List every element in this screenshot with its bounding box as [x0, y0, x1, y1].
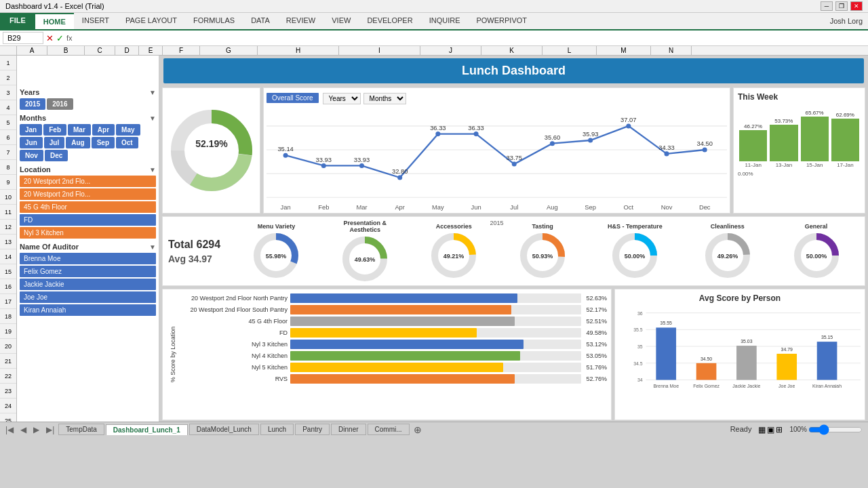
tab-home[interactable]: HOME — [35, 13, 74, 29]
tab-developer[interactable]: DEVELOPER — [359, 13, 420, 29]
auditor-jackie[interactable]: Jackie Jackie — [20, 279, 156, 290]
tab-nav-next[interactable]: ▶ — [31, 425, 42, 434]
month-aug-btn[interactable]: Aug — [66, 137, 90, 148]
location-item-3[interactable]: 45 G 4th Floor — [20, 201, 156, 213]
svg-text:32.80: 32.80 — [392, 168, 408, 175]
this-week-bar-fill-2 — [770, 125, 797, 161]
person-chart-svg: 36 35.5 35 34.5 34 35.55 34.50 35.03 — [619, 306, 861, 394]
months-filter-icon[interactable]: ▼ — [149, 115, 156, 122]
status-bar-controls: Ready ▦ ▣ ⊞ 100% — [730, 425, 863, 434]
tab-insert[interactable]: INSERT — [74, 13, 117, 29]
sheet-tab-tempdata[interactable]: TempData — [58, 424, 104, 435]
tab-nav-last[interactable]: ▶| — [43, 425, 57, 434]
auditor-felix[interactable]: Felix Gomez — [20, 266, 156, 277]
years-label: Years ▼ — [20, 88, 156, 96]
month-jul-btn[interactable]: Jul — [44, 137, 64, 148]
zoom-slider[interactable] — [808, 426, 863, 434]
months-label: Months ▼ — [20, 114, 156, 122]
close-btn[interactable]: ✕ — [850, 1, 863, 11]
svg-text:33.75: 33.75 — [507, 155, 522, 161]
svg-point-21 — [703, 148, 707, 152]
location-item-2[interactable]: 20 Westport 2nd Flo... — [20, 188, 156, 200]
svg-text:Mar: Mar — [356, 204, 367, 211]
month-oct-btn[interactable]: Oct — [116, 137, 138, 148]
tab-nav-prev[interactable]: ◀ — [18, 425, 29, 434]
row-numbers: 1 2 3 4 5 6 7 8 9 10 11 12 13 14 15 16 1… — [0, 56, 17, 422]
cell-reference[interactable] — [3, 32, 43, 44]
sheet-tab-pantry[interactable]: Pantry — [295, 424, 330, 435]
svg-point-13 — [397, 175, 402, 180]
svg-text:50.93%: 50.93% — [532, 253, 553, 260]
tab-view[interactable]: VIEW — [323, 13, 359, 29]
col-d: D — [115, 46, 139, 55]
year-2016-btn[interactable]: 2016 — [47, 98, 73, 110]
month-may-btn[interactable]: May — [116, 124, 140, 136]
month-apr-btn[interactable]: Apr — [92, 124, 115, 136]
auditor-filter-icon[interactable]: ▼ — [149, 243, 156, 251]
month-jun-btn[interactable]: Jun — [20, 137, 43, 148]
month-feb-btn[interactable]: Feb — [43, 124, 66, 136]
svg-text:35.14: 35.14 — [277, 146, 293, 152]
tab-file[interactable]: FILE — [0, 13, 35, 29]
year-2015-btn[interactable]: 2015 — [20, 98, 45, 110]
month-nov-btn[interactable]: Nov — [20, 150, 43, 161]
chart-years-select[interactable]: Years — [323, 93, 361, 104]
svg-text:Brenna Moe: Brenna Moe — [653, 384, 679, 388]
total-avg-block: Total 6294 Avg 34.97 — [168, 239, 229, 264]
restore-btn[interactable]: ❐ — [835, 1, 848, 11]
hbar-row-8: RVS 52.76% — [179, 374, 607, 384]
svg-text:35.60: 35.60 — [545, 134, 560, 141]
years-btn-group: 2015 2016 — [20, 98, 156, 110]
month-sep-btn[interactable]: Sep — [92, 137, 115, 148]
tab-nav-first[interactable]: |◀ — [3, 425, 16, 434]
month-mar-btn[interactable]: Mar — [68, 124, 91, 136]
formula-cancel-icon[interactable]: ✕ — [46, 33, 54, 43]
month-dec-btn[interactable]: Dec — [45, 150, 68, 161]
svg-text:35.93: 35.93 — [583, 131, 598, 138]
chart-months-select[interactable]: Months — [363, 93, 406, 104]
tab-formulas[interactable]: FORMULAS — [185, 13, 243, 29]
page-break-btn[interactable]: ⊞ — [776, 425, 783, 434]
person-chart-title: Avg Score by Person — [619, 293, 861, 303]
tab-page-layout[interactable]: PAGE LAYOUT — [117, 13, 185, 29]
circle-menu-variety: Menu Variety 55.98% — [252, 223, 300, 279]
page-layout-btn[interactable]: ▣ — [767, 425, 774, 434]
formula-confirm-icon[interactable]: ✓ — [56, 33, 64, 43]
add-sheet-btn[interactable]: ⊕ — [414, 424, 422, 435]
donut-chart-container: 52.19% — [162, 87, 260, 214]
auditor-brenna[interactable]: Brenna Moe — [20, 253, 156, 264]
tab-review[interactable]: REVIEW — [278, 13, 323, 29]
sheet-tab-lunch[interactable]: Lunch — [260, 424, 294, 435]
location-item-4[interactable]: FD — [20, 214, 156, 226]
sheet-tab-dashboard[interactable]: Dashboard_Lunch_1 — [106, 424, 188, 435]
location-filter-icon[interactable]: ▼ — [149, 166, 156, 174]
svg-text:50.00%: 50.00% — [625, 253, 646, 260]
window-top-bar: Dashboard v1.4 - Excel (Trial) ─ ❐ ✕ — [0, 0, 868, 13]
normal-view-btn[interactable]: ▦ — [758, 425, 766, 434]
svg-point-12 — [359, 163, 364, 168]
location-item-5[interactable]: Nyl 3 Kitchen — [20, 227, 156, 239]
years-filter-icon[interactable]: ▼ — [149, 89, 156, 96]
overall-score-tab[interactable]: Overall Score — [267, 93, 319, 103]
sheet-tab-datamodel[interactable]: DataModel_Lunch — [189, 424, 259, 435]
svg-text:May: May — [432, 204, 444, 211]
formula-input[interactable] — [75, 33, 865, 43]
auditor-kiran[interactable]: Kiran Annaiah — [20, 304, 156, 316]
sheet-tab-commi[interactable]: Commi... — [368, 424, 410, 435]
svg-text:36.33: 36.33 — [430, 125, 446, 131]
auditor-joe[interactable]: Joe Joe — [20, 291, 156, 303]
svg-point-10 — [283, 153, 288, 158]
tab-inquire[interactable]: INQUIRE — [421, 13, 469, 29]
minimize-btn[interactable]: ─ — [821, 1, 833, 11]
tab-data[interactable]: DATA — [243, 13, 278, 29]
formula-fx-icon[interactable]: fx — [66, 34, 73, 42]
score-circles: Menu Variety 55.98% Presentation &Aesthe… — [233, 220, 859, 283]
top-section: 52.19% Overall Score Years Months — [159, 86, 868, 215]
tab-powerpivot[interactable]: POWERPIVOT — [468, 13, 535, 29]
sheet-tab-bar: |◀ ◀ ▶ ▶| TempData Dashboard_Lunch_1 Dat… — [0, 422, 868, 436]
sheet-tab-dinner[interactable]: Dinner — [331, 424, 366, 435]
location-item-1[interactable]: 20 Westport 2nd Flo... — [20, 176, 156, 187]
svg-text:49.63%: 49.63% — [355, 256, 376, 263]
svg-rect-88 — [736, 346, 757, 380]
month-jan-btn[interactable]: Jan — [20, 124, 42, 136]
